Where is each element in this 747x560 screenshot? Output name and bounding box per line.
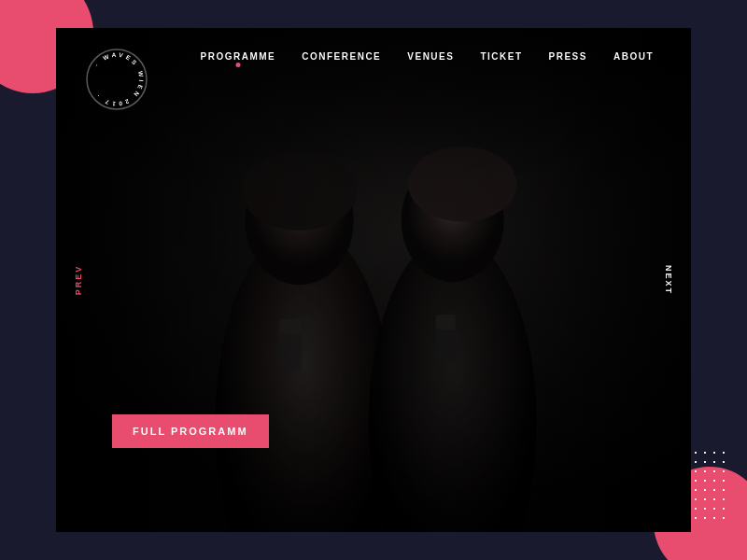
next-button[interactable]: NEXT [664,265,673,295]
cta-full-programm-button[interactable]: FULL PROGRAMM [112,414,269,448]
nav-label-press: PRESS [549,51,587,62]
active-dot-indicator [235,63,240,67]
nav-links: PROGRAMME CONFERENCE VENUES TICKET PRESS… [201,51,654,62]
hero-image [56,28,691,532]
nav-item-about[interactable]: ABOUT [613,51,654,62]
nav-label-venues: VENUES [407,51,454,62]
navbar: PROGRAMME CONFERENCE VENUES TICKET PRESS… [56,28,691,84]
nav-label-about: ABOUT [613,51,654,62]
nav-item-ticket[interactable]: TICKET [480,51,522,62]
nav-item-conference[interactable]: CONFERENCE [302,51,381,62]
nav-item-press[interactable]: PRESS [549,51,587,62]
svg-rect-14 [56,28,691,532]
nav-label-ticket: TICKET [480,51,522,62]
nav-item-venues[interactable]: VENUES [407,51,454,62]
prev-button[interactable]: PREV [74,265,83,296]
main-content: · WAVES WIEN 2017 · PROGRAMME CONFERENCE… [56,28,691,532]
nav-label-conference: CONFERENCE [302,51,381,62]
nav-item-programme[interactable]: PROGRAMME [201,51,276,62]
nav-label-programme: PROGRAMME [201,51,276,62]
